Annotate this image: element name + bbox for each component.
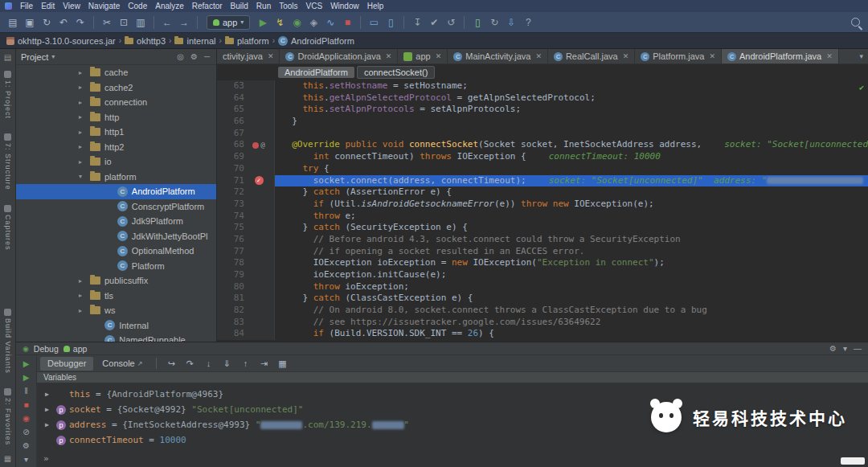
expand-arrow-icon[interactable]: ▸ [79, 69, 90, 76]
menu-item-analyze[interactable]: Analyze [151, 2, 188, 10]
menu-item-edit[interactable]: Edit [37, 2, 59, 10]
mute-breakpoints-icon[interactable]: ⊘ [18, 425, 35, 438]
tree-item-publicsuffix[interactable]: ▸publicsuffix [16, 273, 216, 289]
expand-arrow-icon[interactable]: ▸ [79, 84, 90, 91]
expand-arrow-icon[interactable]: ▶ [45, 406, 53, 413]
tree-item-connection[interactable]: ▸connection [16, 95, 216, 110]
debug-gear-icon[interactable]: ⚙ [829, 344, 837, 353]
tree-item-cache[interactable]: ▸cache [16, 65, 216, 80]
open-icon[interactable]: ▤ [5, 15, 21, 30]
code-line-82[interactable]: 82 // On android 8.0, socket.connect thr… [217, 305, 868, 317]
debug-tab-console[interactable]: Console↗ [95, 357, 149, 371]
editor-tab-platform-java[interactable]: CPlatform.java✕ [635, 49, 722, 63]
code-line-74[interactable]: 74 throw e; [217, 211, 868, 223]
tree-item-io[interactable]: ▸io [16, 154, 216, 170]
project-panel-title[interactable]: Project [21, 52, 48, 62]
close-tab-icon[interactable]: ✕ [386, 52, 392, 60]
variable-socket[interactable]: ▶psocket = {Socket@4992} "Socket[unconne… [37, 402, 868, 417]
tree-item-androidplatform[interactable]: CAndroidPlatform [16, 184, 216, 199]
tree-item-http1[interactable]: ▸http1 [16, 125, 216, 140]
code-line-73[interactable]: 73 if (Util.isAndroidGetsocknameError(e)… [217, 199, 868, 211]
code-line-71[interactable]: 71✓ socket.connect(address, connectTimeo… [217, 175, 868, 187]
paste-icon[interactable]: ▥ [133, 15, 149, 30]
close-tab-icon[interactable]: ✕ [268, 52, 274, 60]
tool-button-7-structure[interactable]: 7: Structure [4, 133, 12, 190]
step-over-icon[interactable]: ↷ [182, 357, 198, 370]
run-to-cursor-icon[interactable]: ⇥ [256, 357, 272, 370]
hidden-tabs-icon[interactable]: ▾ [854, 49, 868, 63]
close-tab-icon[interactable]: ✕ [826, 52, 833, 60]
run-button[interactable]: ▶ [255, 15, 271, 30]
tree-item-platform[interactable]: ▾platform [16, 170, 216, 185]
save-all-icon[interactable]: ▣ [22, 15, 38, 30]
chevron-down-icon[interactable]: ▾ [51, 53, 55, 60]
tool-button-captures[interactable]: Captures [4, 205, 12, 251]
debug-button[interactable]: ◉ [289, 15, 305, 30]
code-line-69[interactable]: 69 int connectTimeout) throws IOExceptio… [217, 151, 868, 163]
code-line-64[interactable]: 64 this.getAlpnSelectedProtocol = getAlp… [217, 92, 868, 104]
code-line-66[interactable]: 66 } [217, 116, 868, 128]
variable-address[interactable]: ▶paddress = {InetSocketAddress@4993} ".c… [37, 417, 868, 432]
hide-debug-panel-icon[interactable]: — [854, 344, 862, 353]
resume-button[interactable]: ▶ [18, 371, 35, 383]
editor-tab-mainactivity-java[interactable]: CMainActivity.java✕ [448, 49, 548, 63]
breadcrumb-androidplatform[interactable]: CAndroidPlatform [278, 36, 354, 46]
step-into-icon[interactable]: ↓ [200, 357, 216, 370]
show-execution-point-icon[interactable]: ↪ [163, 357, 179, 370]
expand-arrow-icon[interactable]: ▸ [79, 143, 90, 150]
back-icon[interactable]: ← [159, 15, 175, 30]
stop-debug-button[interactable]: ■ [18, 398, 35, 411]
close-tab-icon[interactable]: ✕ [709, 52, 715, 60]
debug-layout-chevron-icon[interactable]: ▾ [843, 344, 847, 353]
tool-button-2-favorites[interactable]: 2: Favorites [4, 388, 12, 445]
code-line-68[interactable]: 68@ @Override public void connectSocket(… [217, 139, 868, 151]
run-config-selector[interactable]: app▾ [207, 15, 250, 30]
vcs-commit-icon[interactable]: ✔ [426, 15, 442, 30]
pause-button[interactable]: ‖ [18, 384, 35, 397]
expand-arrow-icon[interactable]: ▸ [79, 158, 90, 166]
editor-tab-ctivity-java[interactable]: ctivity.java✕ [217, 49, 280, 63]
tree-item-jdk9platform[interactable]: CJdk9Platform [16, 214, 216, 229]
code-area[interactable]: 63 this.setHostname = setHostname;64 thi… [217, 80, 868, 342]
expand-arrow-icon[interactable]: ▸ [79, 277, 90, 285]
layout-inspector-icon[interactable]: ▯ [383, 15, 399, 30]
tree-item-optionalmethod[interactable]: COptionalMethod [16, 244, 216, 259]
tree-item-cache2[interactable]: ▸cache2 [16, 80, 216, 96]
inspection-ok-icon[interactable]: ✔ [859, 82, 864, 94]
menu-item-navigate[interactable]: Navigate [84, 2, 124, 10]
code-line-83[interactable]: 83 // see https://issuetracker.google.co… [217, 317, 868, 329]
code-line-70[interactable]: 70 try { [217, 163, 868, 175]
device-monitor-icon[interactable]: ▭ [366, 15, 382, 30]
vcs-update-icon[interactable]: ↧ [409, 15, 425, 30]
stop-button[interactable]: ■ [339, 15, 355, 30]
tree-item-internal[interactable]: CInternal [16, 318, 216, 334]
code-line-84[interactable]: 84 if (Build.VERSION.SDK_INT == 26) { [217, 328, 868, 340]
code-line-79[interactable]: 79 ioException.initCause(e); [217, 269, 868, 281]
pin-tab-icon[interactable]: ▾ [18, 453, 35, 465]
undo-icon[interactable]: ↶ [55, 15, 72, 30]
breadcrumb-class-chip[interactable]: AndroidPlatform [278, 67, 354, 78]
copy-icon[interactable]: ⊡ [116, 15, 132, 30]
expand-arrow-icon[interactable]: ▸ [79, 292, 90, 299]
search-everywhere-icon[interactable] [851, 18, 860, 27]
view-breakpoints-icon[interactable]: ◉ [18, 412, 35, 424]
variable-connecttimeout[interactable]: pconnectTimeout = 10000 [37, 432, 868, 448]
menu-item-vcs[interactable]: VCS [302, 2, 327, 10]
step-out-icon[interactable]: ↑ [237, 357, 253, 370]
editor-tab-androidplatform-java[interactable]: CAndroidPlatform.java✕ [722, 49, 839, 63]
project-settings-icon[interactable]: ⚙ [189, 52, 199, 61]
code-line-65[interactable]: 65 this.setAlpnProtocols = setAlpnProtoc… [217, 104, 868, 116]
close-tab-icon[interactable]: ✕ [535, 52, 542, 60]
code-line-77[interactable]: 77 // if opening a socket resulted in an… [217, 246, 868, 258]
menu-item-run[interactable]: Run [252, 2, 275, 10]
menu-item-help[interactable]: Help [363, 2, 388, 10]
coverage-button[interactable]: ◈ [305, 15, 321, 30]
menu-item-view[interactable]: View [59, 2, 84, 10]
expand-arrow-icon[interactable]: ▸ [79, 99, 90, 106]
apply-changes-icon[interactable]: ↯ [272, 15, 288, 30]
menu-item-build[interactable]: Build [227, 2, 252, 10]
breadcrumb-platform[interactable]: platform [225, 36, 269, 46]
tree-item-http[interactable]: ▸http [16, 110, 216, 125]
gradle-sync-icon[interactable]: ↻ [486, 15, 502, 30]
profiler-button[interactable]: ∿ [322, 15, 338, 30]
